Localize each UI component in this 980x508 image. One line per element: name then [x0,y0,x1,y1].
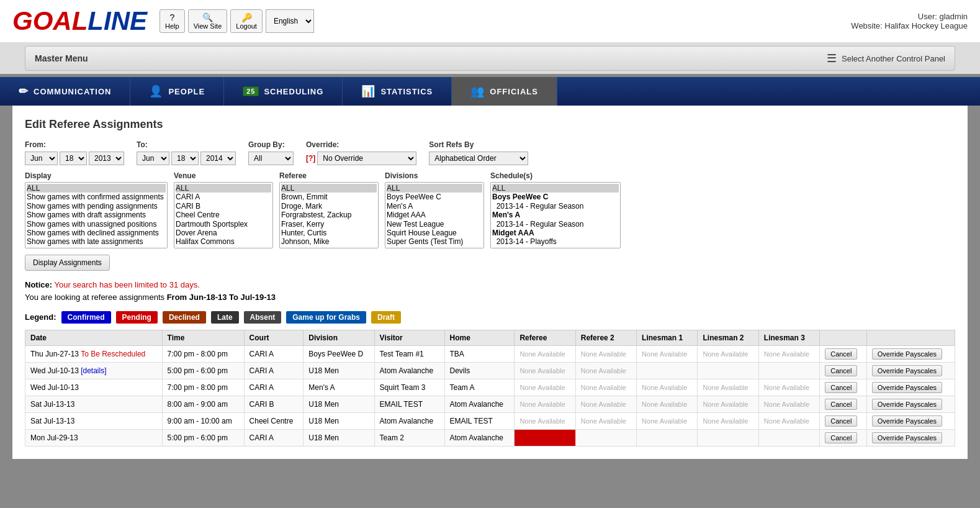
row-linesman3: None Available [758,345,819,362]
schedules-listbox-label: Schedule(s) [490,171,621,180]
row-date: Wed Jul-10-13 [25,379,163,396]
legend-absent: Absent [244,311,282,324]
row-referee2 [575,429,636,446]
main-content: Edit Referee Assignments From: JanFebMar… [12,106,968,459]
nav-officials-label: OFFICIALS [490,87,538,96]
display-listbox-group: Display ALL Show games with confirmed as… [25,171,168,248]
logout-label: Logout [236,22,257,30]
nav-communication[interactable]: ✏ COMMUNICATION [0,77,130,106]
row-linesman1: None Available [637,345,698,362]
row-date: Sat Jul-13-13 [25,412,163,429]
logout-button[interactable]: 🔑 Logout [230,9,263,33]
row-court: Cheel Centre [244,412,303,429]
venue-listbox[interactable]: ALL CARI A CARI B Cheel Centre Dartmouth… [174,182,273,248]
to-month-select[interactable]: JanFebMarAprMayJunJulAug [137,152,169,165]
to-day-select[interactable]: 181920 [171,152,199,165]
row-override: Override Payscales [866,345,955,362]
row-referee2: None Available [575,345,636,362]
nav-scheduling[interactable]: 25 SCHEDULING [224,77,343,106]
from-year-select[interactable]: 20132014 [89,152,124,165]
cancel-button[interactable]: Cancel [825,348,857,360]
row-referee: None Available [515,412,575,429]
referee-listbox[interactable]: ALL Brown, Emmit Droge, Mark Forgrabstes… [279,182,379,248]
override-payscales-button[interactable]: Override Payscales [872,432,942,443]
sort-select[interactable]: Alphabetical OrderBy Number [429,152,528,165]
row-linesman2: None Available [698,345,758,362]
override-payscales-button[interactable]: Override Payscales [872,365,942,376]
master-menu-label[interactable]: Master Menu [35,53,88,63]
row-referee2: None Available [575,362,636,379]
schedules-listbox[interactable]: ALL Boys PeeWee C 2013-14 - Regular Seas… [490,182,621,248]
col-linesman2: Linesman 2 [698,330,758,345]
statistics-icon: 📊 [361,84,375,98]
row-linesman3: None Available [758,412,819,429]
override-payscales-button[interactable]: Override Payscales [872,382,942,393]
divisions-listbox[interactable]: ALL Boys PeeWee C Men's A Midget AAA New… [385,182,484,248]
header-user: User: gladmin [851,12,968,21]
row-override: Override Payscales [866,362,955,379]
from-month-select[interactable]: JanFebMarAprMayJunJulAugSepOctNovDec [25,152,58,165]
row-court: CARI B [244,396,303,412]
scheduling-badge: 25 [243,86,259,96]
cancel-button[interactable]: Cancel [825,382,857,393]
cancel-button[interactable]: Cancel [825,432,857,443]
col-division: Division [303,330,374,345]
referee-listbox-label: Referee [279,171,379,180]
filter-sort: Sort Refs By Alphabetical OrderBy Number [429,140,528,165]
override-payscales-button[interactable]: Override Payscales [872,399,942,410]
filter-to: To: JanFebMarAprMayJunJulAug 181920 2013… [137,140,236,165]
display-listbox[interactable]: ALL Show games with confirmed assignment… [25,182,168,248]
override-payscales-button[interactable]: Override Payscales [872,415,942,427]
from-day-select[interactable]: 1215182030 [60,152,87,165]
nav-people[interactable]: 👤 PEOPLE [130,77,224,106]
select-panel[interactable]: ☰ Select Another Control Panel [827,52,945,65]
nav-statistics[interactable]: 📊 STATISTICS [343,77,452,106]
override-payscales-button[interactable]: Override Payscales [872,348,942,360]
view-site-button[interactable]: 🔍 View Site [188,9,228,33]
row-date: Thu Jun-27-13 To Be Rescheduled [25,345,163,362]
notice-section: Notice: Your search has been limited to … [25,280,955,302]
nav-communication-label: COMMUNICATION [34,87,111,96]
group-by-select[interactable]: AllDivisionVenue [248,152,294,165]
row-cancel: Cancel [820,412,867,429]
cancel-button[interactable]: Cancel [825,365,857,376]
table-row: Mon Jul-29-13 5:00 pm - 6:00 pm CARI A U… [25,429,955,446]
select-panel-label: Select Another Control Panel [842,54,945,63]
logout-icon: 🔑 [236,12,257,22]
row-date: Sat Jul-13-13 [25,396,163,412]
row-visitor: Atom Avalanche [374,412,444,429]
row-cancel: Cancel [820,396,867,412]
row-referee: None Available [515,362,575,379]
row-home: Devils [444,362,515,379]
row-override: Override Payscales [866,396,955,412]
help-button[interactable]: ? Help [160,9,185,33]
to-year-select[interactable]: 20132014 [200,152,236,165]
help-icon: ? [165,12,179,22]
col-referee: Referee [515,330,575,345]
row-court: CARI A [244,379,303,396]
cancel-button[interactable]: Cancel [825,415,857,427]
row-referee: None Available [515,379,575,396]
cancel-button[interactable]: Cancel [825,399,857,410]
nav-officials[interactable]: 👥 OFFICIALS [452,77,557,106]
date-range-value: From Jun-18-13 To Jul-19-13 [167,293,276,302]
language-select[interactable]: English French [266,9,314,33]
display-assignments-button[interactable]: Display Assignments [25,255,110,271]
group-by-selects: AllDivisionVenue [248,152,294,165]
override-help-icon: [?] [306,154,315,163]
date-note: To Be Rescheduled [81,350,145,358]
logo: GOALLINE [12,6,147,36]
details-link[interactable]: [details] [81,366,106,375]
filter-row-dates: From: JanFebMarAprMayJunJulAugSepOctNovD… [25,140,955,165]
divisions-listbox-group: Divisions ALL Boys PeeWee C Men's A Midg… [385,171,484,248]
table-row: Wed Jul-10-13 7:00 pm - 8:00 pm CARI A M… [25,379,955,396]
row-time: 7:00 pm - 8:00 pm [162,345,244,362]
assignments-table: Date Time Court Division Visitor Home Re… [25,330,955,447]
row-linesman1: None Available [637,396,698,412]
override-select[interactable]: No OverrideOverride 1 [317,152,416,165]
row-home: TBA [444,345,515,362]
row-linesman3 [758,429,819,446]
page-title: Edit Referee Assignments [25,118,955,131]
row-cancel: Cancel [820,379,867,396]
table-row: Thu Jun-27-13 To Be Rescheduled 7:00 pm … [25,345,955,362]
